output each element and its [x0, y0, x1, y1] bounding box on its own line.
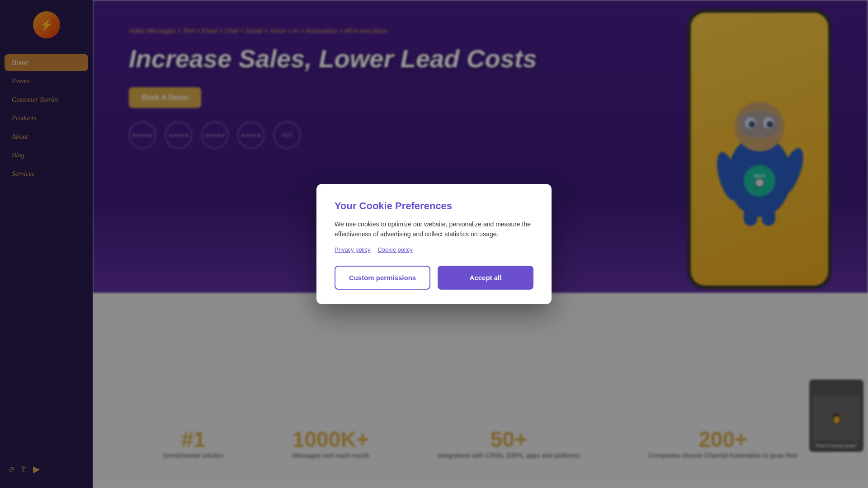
privacy-policy-link[interactable]: Privacy policy [335, 246, 370, 253]
cookie-overlay: Your Cookie Preferences We use cookies t… [0, 0, 868, 488]
accept-all-button[interactable]: Accept all [438, 266, 533, 290]
modal-description: We use cookies to optimize our website, … [335, 219, 533, 239]
modal-title: Your Cookie Preferences [335, 200, 533, 212]
modal-links: Privacy policy Cookie policy [335, 246, 533, 253]
cookie-modal: Your Cookie Preferences We use cookies t… [316, 184, 552, 305]
modal-buttons: Custom permissions Accept all [335, 266, 533, 290]
cookie-policy-link[interactable]: Cookie policy [377, 246, 412, 253]
custom-permissions-button[interactable]: Custom permissions [335, 266, 430, 290]
